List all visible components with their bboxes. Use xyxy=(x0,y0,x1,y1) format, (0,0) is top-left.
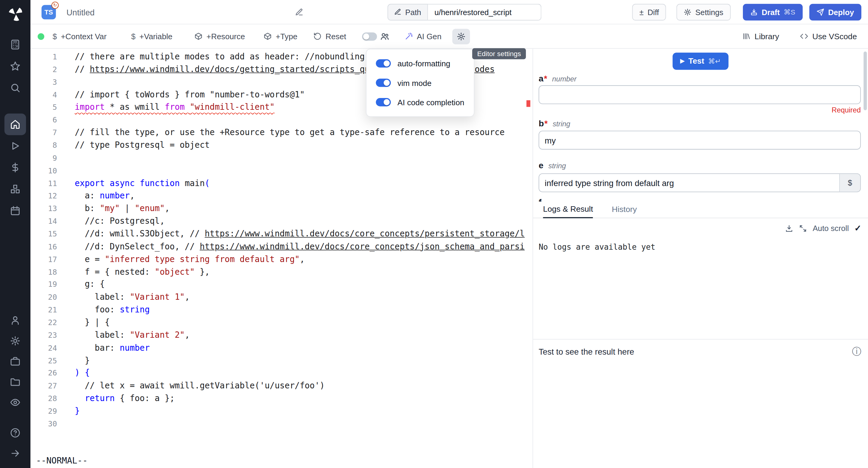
ai-gen-button[interactable]: AI Gen xyxy=(405,32,441,41)
line-number: 2 xyxy=(30,63,57,76)
line-number: 28 xyxy=(30,392,57,405)
download-icon[interactable] xyxy=(785,224,794,233)
code-line[interactable]: 23 label: "Variant 2", xyxy=(30,329,527,342)
field-e-input[interactable] xyxy=(538,173,861,192)
code-line[interactable]: 26) { xyxy=(30,367,527,380)
tab-history[interactable]: History xyxy=(612,205,637,218)
path-control[interactable]: Path u/henri/restored_script xyxy=(388,4,541,20)
eye-icon[interactable] xyxy=(5,392,26,412)
line-number: 15 xyxy=(30,228,57,240)
play-icon[interactable] xyxy=(4,135,26,157)
panel-scrollbar[interactable] xyxy=(864,52,867,110)
line-number: 10 xyxy=(30,164,57,177)
code-line[interactable]: 27 // let x = await wmill.getVariable('u… xyxy=(30,380,527,392)
ai-code-completion-toggle[interactable] xyxy=(376,98,391,107)
path-edit-button[interactable]: Path xyxy=(388,4,428,20)
code-line[interactable]: 22 } | { xyxy=(30,316,527,329)
code-line[interactable]: 12 a: number, xyxy=(30,190,527,202)
library-icon xyxy=(742,32,751,41)
auto-formatting-toggle[interactable] xyxy=(376,59,391,68)
dollar-icon: $ xyxy=(131,32,135,41)
multiplayer-toggle[interactable] xyxy=(362,32,377,41)
add-type-button[interactable]: +Type xyxy=(264,32,298,41)
add-resource-button[interactable]: +Resource xyxy=(194,32,245,41)
line-number: 8 xyxy=(30,139,57,152)
code-line[interactable]: 7// fill the type, or use the +Resource … xyxy=(30,126,527,139)
star-icon[interactable] xyxy=(4,56,26,77)
gear-icon xyxy=(684,8,691,16)
field-b-input[interactable] xyxy=(538,130,861,149)
refresh-icon xyxy=(313,32,322,41)
code-line[interactable]: 16 //d: DynSelect_foo, // https://www.wi… xyxy=(30,240,527,253)
diff-button[interactable]: ± Diff xyxy=(632,4,666,20)
code-line[interactable]: 19 g: { xyxy=(30,278,527,291)
auto-scroll-label: Auto scroll xyxy=(812,224,849,233)
code-line[interactable]: 13 b: "my" | "enum", xyxy=(30,202,527,215)
search-icon[interactable] xyxy=(4,77,26,98)
home-icon[interactable] xyxy=(4,114,26,136)
people-icon[interactable] xyxy=(380,31,390,41)
code-text: } xyxy=(75,354,90,367)
field-a-input[interactable] xyxy=(538,85,861,104)
line-number: 4 xyxy=(30,88,57,101)
calculator-icon[interactable] xyxy=(4,34,26,56)
vim-mode-toggle[interactable] xyxy=(376,79,391,87)
code-text: bar: number xyxy=(75,342,150,354)
code-line[interactable]: 17 e = "inferred type string from defaul… xyxy=(30,253,527,266)
line-number: 22 xyxy=(30,316,57,329)
auto-scroll-checkbox[interactable]: ✓ xyxy=(855,223,861,233)
line-number: 16 xyxy=(30,240,57,253)
test-button[interactable]: ▶ Test ⌘↵ xyxy=(673,53,728,70)
code-text: label: "Variant 2", xyxy=(75,329,190,342)
add-context-var-button[interactable]: $ +Context Var xyxy=(53,32,106,41)
code-line[interactable]: 28 return { foo: a }; xyxy=(30,392,527,405)
code-text: //c: Postgresql, xyxy=(75,215,165,228)
help-icon[interactable] xyxy=(5,422,26,443)
code-line[interactable]: 8// type Postgresql = object xyxy=(30,139,527,152)
reset-button[interactable]: Reset xyxy=(313,32,346,41)
expand-icon[interactable] xyxy=(799,224,807,233)
library-button[interactable]: Library xyxy=(742,32,779,41)
edit-summary-button[interactable] xyxy=(295,8,304,16)
settings-button[interactable]: Settings xyxy=(676,4,730,20)
code-text: // there are multiple modes to add as he… xyxy=(75,50,365,63)
code-line[interactable]: 30 xyxy=(30,418,527,430)
folder-icon[interactable] xyxy=(5,372,26,392)
code-line[interactable]: 20 label: "Variant 1", xyxy=(30,291,527,304)
top-bar: TS ↻ Untitled Path u/henri/restored_scri… xyxy=(30,0,868,24)
code-text: //d: wmill.S3Object, // https://www.wind… xyxy=(75,228,525,240)
logs-section: Auto scroll ✓ No logs are available yet xyxy=(533,218,868,339)
path-value[interactable]: u/henri/restored_script xyxy=(428,4,541,20)
code-line[interactable]: 29} xyxy=(30,405,527,418)
code-line[interactable]: 25 } xyxy=(30,354,527,367)
deploy-button[interactable]: Deploy xyxy=(809,4,861,20)
line-number: 30 xyxy=(30,418,57,430)
tab-logs-result[interactable]: Logs & Result xyxy=(543,204,593,218)
path-label: Path xyxy=(405,7,421,16)
draft-button[interactable]: Draft ⌘S xyxy=(743,4,802,20)
code-line[interactable]: 9 xyxy=(30,152,527,164)
calendar-icon[interactable] xyxy=(4,200,26,222)
gear-icon xyxy=(457,32,465,41)
gear-icon[interactable] xyxy=(5,331,26,351)
run-panel: ▶ Test ⌘↵ a* number Required b* string xyxy=(532,49,868,468)
code-line[interactable]: 18 f = { nested: "object" }, xyxy=(30,266,527,278)
add-variable-button[interactable]: $ +Variable xyxy=(131,32,173,41)
editor-settings-button[interactable] xyxy=(453,29,470,44)
briefcase-icon[interactable] xyxy=(5,351,26,372)
code-line[interactable]: 24 bar: number xyxy=(30,342,527,354)
dollar-icon[interactable] xyxy=(4,157,26,178)
code-text: foo: string xyxy=(75,304,150,316)
variable-picker-button[interactable]: $ xyxy=(839,174,860,192)
use-vscode-button[interactable]: Use VScode xyxy=(800,32,857,41)
code-line[interactable]: 14 //c: Postgresql, xyxy=(30,215,527,228)
info-icon[interactable]: ⓘ xyxy=(852,347,861,356)
code-line[interactable]: 15 //d: wmill.S3Object, // https://www.w… xyxy=(30,228,527,240)
boxes-icon[interactable] xyxy=(4,178,26,200)
windmill-logo-icon[interactable] xyxy=(7,6,23,21)
code-line[interactable]: 11export async function main( xyxy=(30,177,527,190)
code-line[interactable]: 21 foo: string xyxy=(30,304,527,316)
code-line[interactable]: 10 xyxy=(30,164,527,177)
user-icon[interactable] xyxy=(5,310,26,331)
arrow-right-icon[interactable] xyxy=(5,443,26,464)
